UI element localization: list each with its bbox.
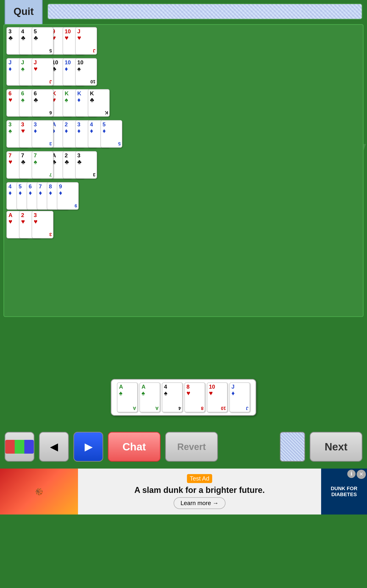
meld-group-1: 9 ♥ 9 10 ♥ 10 J ♥ J — [50, 27, 99, 55]
next-button[interactable]: Next — [310, 432, 362, 462]
ad-banner: 🏀 Test Ad A slam dunk for a brighter fut… — [0, 468, 367, 515]
card[interactable]: 3 ♦ 3 — [32, 120, 53, 148]
forward-arrow-icon: ▶ — [85, 441, 92, 452]
ad-image: 🏀 — [0, 468, 78, 515]
card[interactable]: A ♠ A — [117, 382, 138, 412]
card[interactable]: 4 ♠ 4 — [162, 382, 183, 412]
forward-button[interactable]: ▶ — [73, 432, 103, 462]
card[interactable]: J ♥ J — [75, 27, 97, 55]
chat-button[interactable]: Chat — [108, 432, 161, 462]
play-area: 3 ♣ 3 4 ♣ 4 5 ♣ 5 9 ♥ 9 10 ♥ 10 J ♥ J J … — [3, 24, 364, 317]
draw-pile-button[interactable] — [280, 432, 305, 462]
ad-tag: Test Ad — [187, 474, 212, 483]
back-arrow-icon: ◀ — [50, 441, 58, 452]
ad-close-icon[interactable]: ✕ — [357, 470, 366, 479]
card[interactable]: 7 ♠ 7 — [32, 151, 53, 179]
card[interactable]: 6 ♣ 6 — [32, 89, 53, 117]
meld-group-3: 10 ♣ 10 10 ♦ 10 10 ♠ 10 — [50, 58, 99, 86]
card[interactable]: 10 ♠ 10 — [75, 58, 97, 86]
ad-learn-more-button[interactable]: Learn more → — [174, 497, 225, 509]
ad-image-text: 🏀 — [35, 488, 43, 495]
card[interactable]: 3 ♥ 3 — [32, 211, 53, 238]
score-red — [5, 440, 15, 454]
meld-group-9: A ♣ A 2 ♣ 2 3 ♣ 3 — [50, 151, 99, 179]
meld-group-11: A ♥ A 2 ♥ 2 3 ♥ 3 — [6, 211, 56, 238]
meld-group-2: J ♦ J J ♠ J J ♥ J — [6, 58, 56, 86]
card[interactable]: 10 ♥ 10 — [207, 382, 227, 412]
card[interactable]: 3 ♣ 3 — [75, 151, 97, 179]
card[interactable]: 8 ♥ 8 — [184, 382, 205, 412]
card[interactable]: J ♦ J — [229, 382, 250, 412]
hand-area: A ♠ A A ♠ A 4 ♠ 4 8 ♥ 8 10 ♥ 10 J ♦ J — [0, 372, 367, 423]
meld-group-6: 3 ♠ 3 3 ♥ 3 3 ♦ 3 — [6, 120, 56, 148]
meld-group-5: K ♥ K K ♠ K K ♦ K K ♣ K — [50, 89, 112, 117]
meld-group-0: 3 ♣ 3 4 ♣ 4 5 ♣ 5 — [6, 27, 56, 55]
card[interactable]: 5 ♣ 5 — [32, 27, 53, 55]
card[interactable]: 9 ♦ 9 — [57, 182, 79, 210]
ad-logo-text: DUNK FOR DIABETES — [323, 485, 365, 498]
bottom-controls: ◀ ▶ Chat Revert Next — [0, 426, 367, 467]
card[interactable]: A ♠ A — [140, 382, 160, 412]
back-button[interactable]: ◀ — [39, 432, 69, 462]
top-bar: Quit — [0, 0, 367, 23]
card[interactable]: J ♥ J — [32, 58, 53, 86]
card[interactable]: K ♣ K — [88, 89, 110, 117]
revert-button[interactable]: Revert — [165, 432, 218, 462]
meld-group-7: A ♦ A 2 ♦ 2 3 ♦ 3 4 ♦ 4 5 ♦ 5 — [50, 120, 125, 148]
score-blue — [24, 440, 34, 454]
meld-group-8: 7 ♥ 7 7 ♣ 7 7 ♠ 7 — [6, 151, 56, 179]
ad-text: A slam dunk for a brighter future. — [85, 485, 314, 495]
deck-pile[interactable] — [47, 3, 362, 19]
meld-group-4: 6 ♥ 6 6 ♠ 6 6 ♣ 6 — [6, 89, 56, 117]
quit-button[interactable]: Quit — [5, 0, 43, 26]
score-green — [15, 440, 24, 454]
ad-content: Test Ad A slam dunk for a brighter futur… — [78, 469, 321, 514]
player-hand: A ♠ A A ♠ A 4 ♠ 4 8 ♥ 8 10 ♥ 10 J ♦ J — [111, 379, 256, 416]
meld-group-10: 4 ♦ 4 5 ♦ 5 6 ♦ 6 7 ♦ 7 8 ♦ 8 9 ♦ 9 — [6, 182, 81, 210]
ad-info-icon[interactable]: ℹ — [347, 470, 356, 478]
score-button[interactable] — [5, 432, 34, 462]
score-colorbar — [5, 440, 34, 454]
card[interactable]: 5 ♦ 5 — [100, 120, 122, 148]
